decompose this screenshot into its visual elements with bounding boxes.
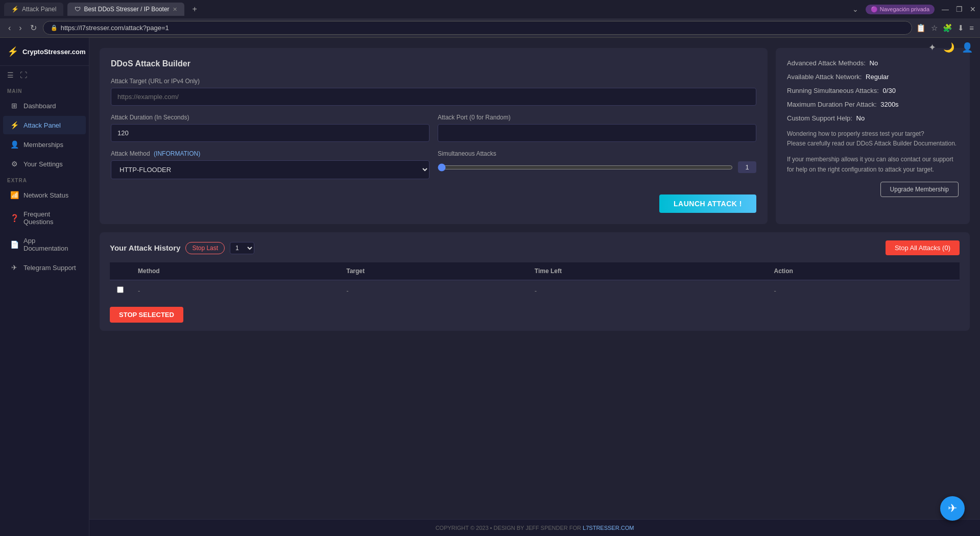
duration-label: Attack Duration (In Seconds) <box>111 114 429 121</box>
info-running-attacks: Running Simultaneous Attacks: 0/30 <box>787 87 959 94</box>
method-info-link[interactable]: (INFORMATION) <box>154 150 200 157</box>
col-action: Action <box>767 262 960 280</box>
duration-port-row: Attack Duration (In Seconds) Attack Port… <box>111 114 756 150</box>
sidebar-item-telegram-support[interactable]: ✈ Telegram Support <box>3 258 86 277</box>
logo-icon: ⚡ <box>7 46 18 57</box>
info-max-duration: Maximum Duration Per Attack: 3200s <box>787 101 959 108</box>
row-action: - <box>767 280 960 301</box>
tab-list-icon[interactable]: ⌄ <box>852 5 858 13</box>
row-time-left: - <box>528 280 767 301</box>
stop-selected-button[interactable]: STOP SELECTED <box>110 307 183 323</box>
attack-builder-title: DDoS Attack Builder <box>111 59 756 68</box>
refresh-button[interactable]: ↻ <box>28 21 39 35</box>
sidebar-item-dashboard[interactable]: ⊞ Dashboard <box>3 96 86 115</box>
topbar-right-icons: ✦ 🌙 👤 <box>928 42 973 53</box>
sidebar-item-label-network: Network Status <box>23 191 68 199</box>
back-button[interactable]: ‹ <box>6 21 13 35</box>
new-tab-icon[interactable]: + <box>188 3 201 16</box>
sidebar-header: ⚡ CryptoStresser.com <box>0 38 89 66</box>
stop-last-select[interactable]: 1 2 3 5 10 <box>230 242 254 254</box>
slider-row: 1 <box>438 161 756 173</box>
sidebar: ⚡ CryptoStresser.com ☰ ⛶ MAIN ⊞ Dashboar… <box>0 38 89 536</box>
forward-button[interactable]: › <box>17 21 23 35</box>
extra-section-label: EXTRA <box>0 174 89 185</box>
main-section-label: MAIN <box>0 84 89 96</box>
info-available-network: Available Attack Network: Regular <box>787 73 959 81</box>
sidebar-item-label-memberships: Memberships <box>23 141 63 149</box>
sidebar-item-network-status[interactable]: 📶 Network Status <box>3 186 86 204</box>
target-form-group: Attack Target (URL or IPv4 Only) <box>111 78 756 106</box>
attack-history-table: Method Target Time Left Action - - <box>110 262 960 301</box>
network-status-icon: 📶 <box>10 191 18 199</box>
launch-btn-row: LAUNCH ATTACK ! <box>111 194 756 213</box>
port-input[interactable] <box>438 124 756 142</box>
stop-all-attacks-button[interactable]: Stop All Attacks (0) <box>886 240 960 255</box>
minimize-icon[interactable]: — <box>942 5 949 13</box>
footer-text: COPYRIGHT © 2023 • DESIGN BY JEFF SPENDE… <box>436 525 581 531</box>
settings-icon: ⚙ <box>10 160 18 168</box>
simultaneous-slider[interactable] <box>438 163 733 172</box>
address-bar[interactable]: 🔒 https://l7stresser.com/attack?page=1 <box>43 21 913 35</box>
footer: COPYRIGHT © 2023 • DESIGN BY JEFF SPENDE… <box>89 519 980 536</box>
duration-input[interactable] <box>111 124 429 142</box>
sidebar-item-memberships[interactable]: 👤 Memberships <box>3 135 86 154</box>
attack-layout: DDoS Attack Builder Attack Target (URL o… <box>100 48 970 224</box>
history-header: Your Attack History Stop Last 1 2 3 5 10… <box>110 240 960 255</box>
sidebar-item-label-dashboard: Dashboard <box>23 102 56 110</box>
sidebar-item-app-documentation[interactable]: 📄 App Documentation <box>3 232 86 257</box>
port-form-group: Attack Port (0 for Random) <box>438 114 756 142</box>
restore-icon[interactable]: ❐ <box>956 5 963 13</box>
attack-history-card: Your Attack History Stop Last 1 2 3 5 10… <box>100 232 970 331</box>
bookmarks-icon[interactable]: 📋 <box>916 23 926 33</box>
history-title-group: Your Attack History Stop Last 1 2 3 5 10 <box>110 242 254 254</box>
sidebar-item-frequent-questions[interactable]: ❓ Frequent Questions <box>3 205 86 231</box>
telegram-fab-icon: ✈ <box>948 502 957 515</box>
browser-tab-inactive[interactable]: ⚡ Attack Panel <box>4 3 63 16</box>
simultaneous-form-group: Simultaneous Attacks 1 <box>438 150 756 179</box>
method-sim-row: Attack Method (INFORMATION) HTTP-FLOODER… <box>111 150 756 187</box>
sidebar-item-label-telegram: Telegram Support <box>23 264 76 272</box>
history-title-text: Your Attack History <box>110 243 180 252</box>
active-tab-label: Best DDoS Stresser / IP Booter <box>84 6 169 13</box>
bookmark-star-icon[interactable]: ☆ <box>931 23 938 33</box>
extensions-icon[interactable]: 🧩 <box>943 23 952 33</box>
target-input[interactable] <box>111 88 756 106</box>
method-select[interactable]: HTTP-FLOODER UDP-FLOOD TCP-FLOOD ICMP-FL… <box>111 160 429 179</box>
hamburger-icon[interactable]: ☰ <box>7 71 14 79</box>
simultaneous-value: 1 <box>738 161 756 173</box>
downloads-icon[interactable]: ⬇ <box>958 23 964 33</box>
menu-icon[interactable]: ≡ <box>969 23 974 33</box>
topbar-settings-icon[interactable]: ✦ <box>928 42 936 53</box>
tab-close-icon[interactable]: ✕ <box>173 6 177 13</box>
sidebar-item-label-attack-panel: Attack Panel <box>23 121 61 129</box>
launch-attack-button[interactable]: LAUNCH ATTACK ! <box>659 194 756 213</box>
expand-icon[interactable]: ⛶ <box>20 71 27 79</box>
topbar-user-icon[interactable]: 👤 <box>962 42 973 53</box>
active-tab-icon: 🛡 <box>75 6 81 13</box>
close-browser-icon[interactable]: ✕ <box>970 5 976 13</box>
toolbar-icons: 📋 ☆ 🧩 ⬇ ≡ <box>916 23 974 33</box>
row-target: - <box>339 280 528 301</box>
target-label: Attack Target (URL or IPv4 Only) <box>111 78 756 85</box>
dashboard-icon: ⊞ <box>10 102 18 110</box>
upgrade-membership-button[interactable]: Upgrade Membership <box>880 182 959 197</box>
lock-icon: 🔒 <box>51 25 58 31</box>
app-wrapper: ⚡ CryptoStresser.com ☰ ⛶ MAIN ⊞ Dashboar… <box>0 38 980 536</box>
telegram-fab[interactable]: ✈ <box>940 496 965 521</box>
browser-chrome: ⚡ Attack Panel 🛡 Best DDoS Stresser / IP… <box>0 0 980 38</box>
table-row: - - - - <box>110 280 960 301</box>
docs-icon: 📄 <box>10 240 18 249</box>
row-method: - <box>131 280 339 301</box>
stop-last-button[interactable]: Stop Last <box>185 242 225 254</box>
footer-link[interactable]: L7STRESSER.COM <box>583 525 634 531</box>
browser-toolbar: ‹ › ↻ 🔒 https://l7stresser.com/attack?pa… <box>0 18 980 38</box>
topbar-theme-icon[interactable]: 🌙 <box>943 42 954 53</box>
sidebar-item-your-settings[interactable]: ⚙ Your Settings <box>3 155 86 173</box>
attack-builder-card: DDoS Attack Builder Attack Target (URL o… <box>100 48 768 224</box>
browser-tab-active[interactable]: 🛡 Best DDoS Stresser / IP Booter ✕ <box>67 3 184 16</box>
col-time-left: Time Left <box>528 262 767 280</box>
row-checkbox[interactable] <box>117 286 124 293</box>
private-icon: 🟣 <box>871 6 878 13</box>
sidebar-item-attack-panel[interactable]: ⚡ Attack Panel <box>3 116 86 134</box>
col-method: Method <box>131 262 339 280</box>
